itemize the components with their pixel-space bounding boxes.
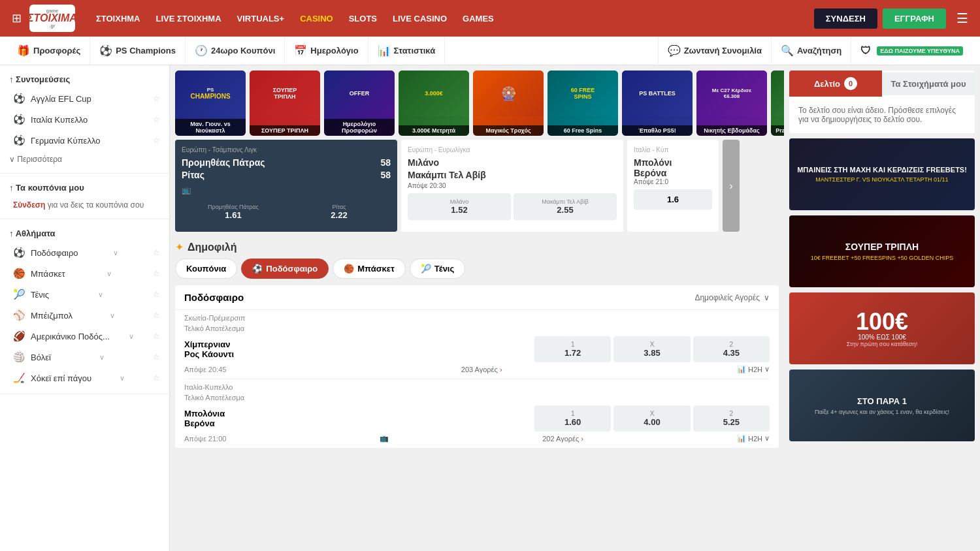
odd-1-col-2[interactable]: 1 1.60 xyxy=(534,405,611,432)
nav-slots[interactable]: SLOTS xyxy=(344,10,382,27)
video-icon: 📺 xyxy=(182,185,191,195)
promo-card-metriti[interactable]: 3.000€ 3.000€ Μετρητά xyxy=(399,71,469,136)
sidebar-item-mpasket[interactable]: 🏀 Μπάσκετ ∨ ☆ xyxy=(0,263,169,284)
live-scores-row: Ευρώπη - Τσάμπιονς Λιγκ Προμηθέας Πάτρας… xyxy=(170,136,784,236)
filter-podosfairo[interactable]: ⚽ Ποδόσφαιρο xyxy=(241,259,329,279)
nav-live-casino[interactable]: LIVE CASINO xyxy=(387,10,452,27)
chat-nav[interactable]: 💬 Ζωντανή Συνομιλία xyxy=(658,37,771,65)
match-time-2: Απόψε 20:30 xyxy=(408,182,617,189)
match-footer-2: Απόψε 21:00 📺 202 Αγορές › 📊 H2H ∨ xyxy=(175,432,779,448)
24wro-nav[interactable]: 🕐 24ωρο Κουπόνι xyxy=(186,37,285,65)
logo[interactable]: game ΣΤΟΙΧΙΜΑ .gr xyxy=(29,5,75,32)
right-banner-para1[interactable]: ΣΤΟ ΠΑΡΑ 1 Παίξε 4+ αγωνες και αν χάσεις… xyxy=(789,370,975,441)
promo-card-prosfores[interactable]: OFFER Ημερολόγιο Προσφορών xyxy=(324,71,395,136)
ps-champions-nav[interactable]: ⚽ PS Champions xyxy=(90,37,186,65)
100-banner-title: 100% ΕΩΣ 100€ xyxy=(858,334,906,341)
sidebar-item-efl[interactable]: ⚽ Αγγλία EFL Cup ☆ xyxy=(0,88,169,109)
nav-games[interactable]: GAMES xyxy=(457,10,499,27)
promo-card-pragmatic[interactable]: PragmaticBuy Bonus Pragmatic Buy Bonus xyxy=(771,71,784,136)
sidebar-shortcuts-header[interactable]: ↑ Συντομεύσεις xyxy=(0,71,169,88)
promo-card-super-tripli[interactable]: ΣΟΥΠΕΡΤΡΙΠΛΗ ΣΟΥΠΕΡ ΤΡΙΠΛΗ xyxy=(250,71,320,136)
mpeizmpol-icon: ⚾ xyxy=(13,309,25,321)
my-bets-btn[interactable]: Τα Στοιχήματά μου xyxy=(882,72,975,95)
scores-next-btn[interactable]: › xyxy=(723,140,740,232)
right-banner-super-tripli[interactable]: ΣΟΥΠΕΡ ΤΡΙΠΛΗ 10€ FREEBET +50 FREESPINS … xyxy=(789,215,975,287)
odd2-header-2: 2 xyxy=(696,410,767,417)
odd-val-makabi: 2.55 xyxy=(557,205,573,215)
odd-val-ritas: 2.22 xyxy=(331,210,347,220)
sidebar-item-xokei[interactable]: 🏒 Χόκεϊ επί πάγου ∨ ☆ xyxy=(0,368,169,388)
odd2-col-2[interactable]: 2 5.25 xyxy=(693,405,770,432)
odd-val-promitheas: 1.61 xyxy=(225,210,241,220)
coupon-login-link[interactable]: Σύνδεση xyxy=(13,200,45,210)
odd-btn-ritas[interactable]: Ρίτας 2.22 xyxy=(287,198,391,225)
statistika-nav[interactable]: 📊 Στατιστικά xyxy=(368,37,446,65)
eggrafi-button[interactable]: ΕΓΓΡΑΦΗ xyxy=(883,8,946,29)
podosfairo-filter-label: Ποδόσφαιρο xyxy=(266,264,318,274)
sidebar-item-tenis[interactable]: 🎾 Τένις ∨ ☆ xyxy=(0,284,169,305)
h2h-btn-2[interactable]: 📊 H2H ∨ xyxy=(737,434,770,443)
chevron-podo: ∨ xyxy=(113,249,118,257)
odd-1-col[interactable]: 1 1.72 xyxy=(534,336,611,362)
grid-icon[interactable]: ⊞ xyxy=(7,8,27,28)
para1-banner-content: ΣΤΟ ΠΑΡΑ 1 Παίξε 4+ αγωνες και αν χάσεις… xyxy=(789,370,975,441)
promo-img-2: ΣΟΥΠΕΡΤΡΙΠΛΗ xyxy=(250,71,320,116)
imerologio-nav[interactable]: 📅 Ημερολόγιο xyxy=(285,37,368,65)
prosfores-nav[interactable]: 🎁 Προσφορές xyxy=(8,37,90,65)
promo-ps-sub: PS xyxy=(190,87,230,93)
right-banner-ps-champions[interactable]: ΜΠΑΙΝΕΙΣ ΣΤΗ ΜΑΧΗ ΚΑΙ ΚΕΡΔΙΖΕΙΣ FREEBETS… xyxy=(789,138,975,210)
nav-virtuals[interactable]: VIRTUALS+ xyxy=(232,10,290,27)
my-bets-label: Τα Στοιχήματά μου xyxy=(890,79,966,89)
filter-kouponia[interactable]: Κουπόνια xyxy=(175,259,237,279)
promo-card-ps5[interactable]: PS BATTLES Έπαθλο PS5! xyxy=(622,71,693,136)
filter-tenis[interactable]: 🎾 Τένις xyxy=(410,259,465,279)
odd1-value: 1.72 xyxy=(564,348,581,358)
deltio-btn[interactable]: Δελτίο 0 xyxy=(789,71,882,97)
odd-label-promitheas: Προμηθέας Πάτρας xyxy=(184,204,282,210)
tenis-icon: 🎾 xyxy=(13,289,25,300)
100-banner-sub: Στην πρώτη σου κατάθεση! xyxy=(847,341,917,347)
odd2-col[interactable]: 2 4.35 xyxy=(693,336,770,362)
match-markets-1[interactable]: 203 Αγορές › xyxy=(461,366,502,373)
promo-card-nikitis[interactable]: Με C27 Κέρδισε€6.308 Νικητής Εβδομάδας xyxy=(696,71,767,136)
promo-card-ps-champions[interactable]: PS CHAMPIONS Μαν. Γιουν. vs Νιούκαστλ xyxy=(175,71,246,136)
h2h-btn-1[interactable]: 📊 H2H ∨ xyxy=(737,365,770,373)
sidebar-item-volei[interactable]: 🏐 Βόλεϊ ∨ ☆ xyxy=(0,347,169,368)
kouponia-label: Κουπόνια xyxy=(186,264,226,274)
responsible-gaming-nav[interactable]: 🛡 ΕΔΩ ΠΑΙΖΟΥΜΕ ΥΠΕΥΘΥΝΑ xyxy=(851,37,972,65)
filter-mpasket[interactable]: 🏀 Μπάσκετ xyxy=(333,259,406,279)
syndesi-button[interactable]: ΣΥΝΔΕΣΗ xyxy=(814,8,877,29)
promo-card-free-spins[interactable]: 60 FREESPINS 60 Free Spins xyxy=(547,71,618,136)
para1-banner-title: ΣΤΟ ΠΑΡΑ 1 xyxy=(857,396,907,406)
italia-icon: ⚽ xyxy=(13,114,25,125)
nav-live-stoixima[interactable]: LIVE ΣΤΟΙΧΗΜΑ xyxy=(151,10,227,27)
match-markets-2[interactable]: 202 Αγορές › xyxy=(542,435,583,443)
sidebar-more-shortcuts[interactable]: ∨ Περισσότερα xyxy=(0,151,169,168)
sidebar-item-podosfairo[interactable]: ⚽ Ποδόσφαιρο ∨ ☆ xyxy=(0,242,169,263)
dimofili-star-icon: ✦ xyxy=(175,241,184,253)
sidebar-coupons-header[interactable]: ↑ Τα κουπόνια μου xyxy=(0,179,169,197)
nav-casino[interactable]: CASINO xyxy=(295,10,338,27)
odd-btn-makabi[interactable]: Μακάμπι Τελ Αβίβ 2.55 xyxy=(514,193,617,220)
oddX-col[interactable]: X 3.85 xyxy=(613,336,690,362)
sidebar-sports-header[interactable]: ↑ Αθλήματα xyxy=(0,225,169,242)
oddX-col-2[interactable]: X 4.00 xyxy=(613,405,690,432)
promo-card-magikos[interactable]: 🎡 Μαγικός Τροχός xyxy=(473,71,544,136)
odd-partial[interactable]: 1.6 xyxy=(634,189,712,210)
sidebar-item-mpeizmpol[interactable]: ⚾ Μπέιζμπολ ∨ ☆ xyxy=(0,305,169,326)
top-navigation: ⊞ game ΣΤΟΙΧΙΜΑ .gr ΣΤΟΙΧΗΜΑ LIVE ΣΤΟΙΧΗ… xyxy=(0,0,980,37)
promo-spins-text: 60 FREESPINS xyxy=(571,87,595,100)
match-footer-1: Απόψε 20:45 203 Αγορές › 📊 H2H ∨ xyxy=(175,362,779,379)
nav-stoixima[interactable]: ΣΤΟΙΧΗΜΑ xyxy=(91,10,146,27)
popular-markets-btn[interactable]: Δημοφιλείς Αγορές ∨ xyxy=(694,293,770,302)
sidebar-item-amerikaniko[interactable]: 🏈 Αμερικάνικο Ποδός... ∨ ☆ xyxy=(0,326,169,347)
right-banner-100[interactable]: 100€ 100% ΕΩΣ 100€ Στην πρώτη σου κατάθε… xyxy=(789,292,975,364)
odd-btn-milano[interactable]: Μιλάνο 1.52 xyxy=(408,193,511,220)
sidebar-item-germania[interactable]: ⚽ Γερμανία Κύπελλο ☆ xyxy=(0,130,169,151)
odd-btn-promitheas[interactable]: Προμηθέας Πάτρας 1.61 xyxy=(182,198,285,225)
sidebar-item-italia[interactable]: ⚽ Ιταλία Κυπελλο ☆ xyxy=(0,109,169,130)
promo-offer-text: OFFER xyxy=(350,90,370,97)
promo-img-5: 🎡 xyxy=(473,71,544,116)
search-nav[interactable]: 🔍 Αναζήτηση xyxy=(771,37,851,65)
hamburger-icon[interactable]: ☰ xyxy=(951,8,973,29)
